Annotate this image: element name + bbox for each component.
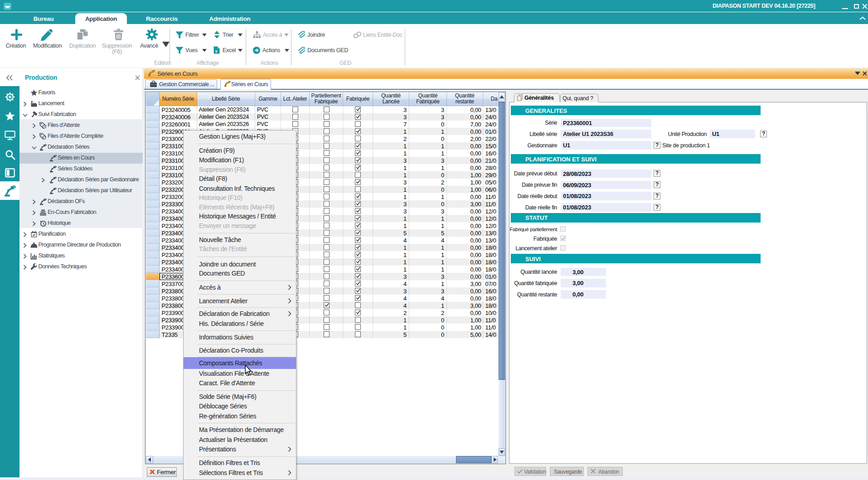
svg-text:x: x [215, 49, 218, 53]
